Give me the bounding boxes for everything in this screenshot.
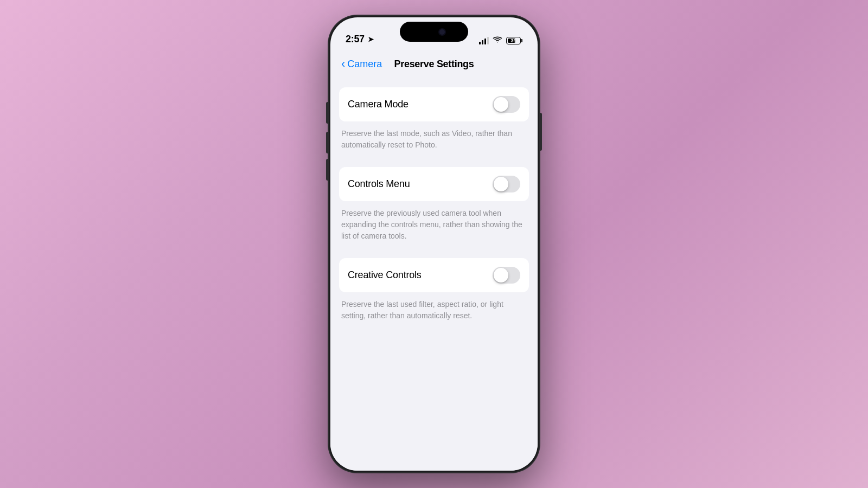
toggle-knob <box>494 268 508 282</box>
controls-menu-row: Controls Menu <box>348 167 520 201</box>
camera-mode-card: Camera Mode <box>339 87 529 121</box>
settings-content[interactable]: Camera Mode Preserve the last mode, such… <box>330 79 538 471</box>
phone-screen: 2:57 ➤ <box>330 17 538 471</box>
controls-menu-card: Controls Menu <box>339 167 529 201</box>
location-icon: ➤ <box>368 35 374 43</box>
status-right-icons: 39 <box>479 36 522 45</box>
back-label: Camera <box>347 59 382 70</box>
page-title: Preserve Settings <box>394 59 474 70</box>
camera-mode-label: Camera Mode <box>348 99 409 110</box>
creative-controls-row: Creative Controls <box>348 258 520 292</box>
chevron-left-icon: ‹ <box>341 58 345 70</box>
controls-menu-toggle[interactable] <box>493 176 520 192</box>
creative-controls-card: Creative Controls <box>339 258 529 292</box>
camera-mode-toggle[interactable] <box>493 96 520 113</box>
time-display: 2:57 <box>346 34 365 45</box>
dynamic-island <box>400 22 468 42</box>
camera-mode-description: Preserve the last mode, such as Video, r… <box>341 126 527 158</box>
status-time: 2:57 ➤ <box>346 34 374 45</box>
creative-controls-label: Creative Controls <box>348 269 422 281</box>
wifi-icon <box>493 36 502 45</box>
nav-header: ‹ Camera Preserve Settings <box>330 49 538 79</box>
battery-percent: 39 <box>507 38 520 43</box>
camera-mode-row: Camera Mode <box>348 87 520 121</box>
signal-icon <box>479 37 489 44</box>
creative-controls-toggle[interactable] <box>493 267 520 284</box>
controls-menu-description: Preserve the previously used camera tool… <box>341 206 527 249</box>
controls-menu-label: Controls Menu <box>348 178 410 190</box>
toggle-knob <box>494 177 508 191</box>
creative-controls-description: Preserve the last used filter, aspect ra… <box>341 297 527 329</box>
phone-frame: 2:57 ➤ <box>328 15 540 473</box>
battery-nub <box>521 39 522 42</box>
toggle-knob <box>494 97 508 112</box>
front-camera <box>439 29 445 35</box>
battery-indicator: 39 <box>506 37 522 44</box>
back-button[interactable]: ‹ Camera <box>341 59 382 70</box>
